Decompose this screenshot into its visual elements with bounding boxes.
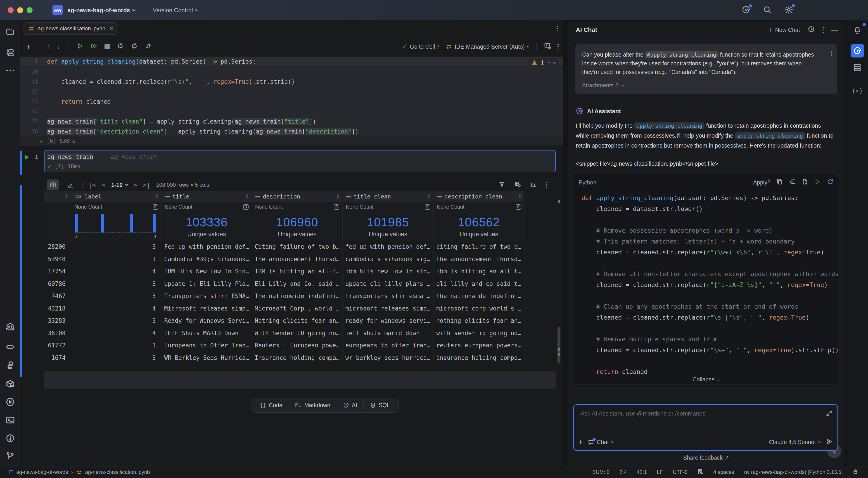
inline-code-chip[interactable]: apply_string_cleaning [735,132,805,139]
jupyter-server-selector[interactable]: IDE-Managed Server (Auto) [445,43,529,50]
sort-icon[interactable] [65,195,68,199]
python-console-icon[interactable] [3,395,18,409]
search-everywhere-icon[interactable] [763,5,772,15]
table-cell[interactable]: microsoft corp world s … [434,302,524,315]
table-cell[interactable]: 4 [71,327,161,339]
table-cell[interactable]: fed up with pension def… [343,241,434,253]
export-chart-icon[interactable] [530,181,537,189]
add-ai-cell-button[interactable]: AI [337,398,364,412]
status-selection[interactable]: 42:1 [637,469,647,475]
variables-tool-icon[interactable]: (×) [850,84,864,97]
table-cell[interactable]: cambodia s sihanouk sig… [343,253,434,266]
filter-icon[interactable] [499,181,505,189]
python-packages-icon[interactable] [3,358,18,372]
add-attachment-icon[interactable]: + [578,438,583,447]
new-chat-button[interactable]: + New Chat [768,26,800,34]
table-cell[interactable]: transporters stir esma … [343,290,434,302]
code-line[interactable]: 1def apply_string_cleaning(dataset: pd.S… [20,57,563,66]
table-cell[interactable]: IETF Shuts MARID Down [161,327,252,339]
code-line[interactable]: 14 [20,107,563,117]
table-cell[interactable]: the nationwide indefini… [434,290,524,302]
row-index-cell[interactable]: 61772 [44,339,71,352]
code-line[interactable]: cleaned = cleaned.str.replace(r"\s+", " … [582,345,839,356]
sort-icon[interactable] [155,195,158,199]
sort-icon[interactable] [518,195,521,199]
code-line[interactable]: 13 return cleaned [20,97,563,107]
code-line[interactable]: return cleaned [582,366,839,377]
code-line[interactable]: 12 [20,87,563,97]
restart-kernel-button[interactable] [117,42,124,51]
next-page-icon[interactable]: > [133,181,137,188]
table-cell[interactable]: Fed up with pension def… [161,241,252,253]
table-cell[interactable]: europeans to offer iran… [343,339,434,352]
table-cell[interactable]: Nothing elicits fear an… [252,315,343,327]
code-cell-2[interactable]: ag_news_trainag_news_train ✓ [7] 18ms [44,150,556,172]
table-cell[interactable]: the announcement thursd… [434,253,524,266]
prev-warning-icon[interactable] [547,62,550,65]
table-cell[interactable]: reuters european powers… [434,339,524,352]
column-settings-icon[interactable] [515,181,521,189]
table-cell[interactable]: 3 [71,278,161,290]
attachments-toggle[interactable]: Attachments 2 [582,82,831,89]
minimize-window-button[interactable] [17,7,23,13]
table-cell[interactable]: ietf shuts marid down [343,327,434,339]
code-line[interactable]: # Clean up any apostrophes at the start … [582,301,839,312]
table-cell[interactable]: With Sender ID going no… [252,327,343,339]
code-line[interactable]: # Remove all non-letter characters excep… [582,269,839,279]
chat-mode-selector[interactable]: Chat [588,439,614,445]
code-line[interactable]: 16ag_news_train["description_clean"] = a… [20,126,563,137]
last-page-icon[interactable]: >| [143,181,150,188]
breadcrumb-project[interactable]: ag-news-bag-of-words [16,469,68,475]
code-line[interactable] [582,323,839,334]
git-branch-icon[interactable] [3,449,18,463]
hide-panel-icon[interactable]: — [831,26,838,34]
restart-and-run-all-button[interactable] [131,42,138,51]
move-cell-up-button[interactable]: ↑ [47,43,51,50]
chat-options-kebab-icon[interactable] [823,27,824,33]
send-icon[interactable] [826,438,833,447]
more-tools-icon[interactable] [3,63,18,78]
code-line[interactable]: cleaned = dataset.str.lower() [582,204,839,214]
next-warning-icon[interactable] [553,61,556,64]
table-cell[interactable]: 4 [71,265,161,278]
chart-view-icon[interactable] [65,179,76,190]
go-to-cell-button[interactable]: ✓ Go to Cell 7 [402,43,440,51]
status-sum[interactable]: SUM: 0 [592,469,610,475]
table-cell[interactable]: citing failure of two b… [434,241,524,253]
empty-code-cell[interactable] [44,371,556,389]
status-indent[interactable]: 4 spaces [713,469,734,475]
chat-history-icon[interactable] [808,26,815,34]
close-tab-icon[interactable]: × [110,25,113,32]
new-file-icon[interactable] [802,179,808,186]
apply-button[interactable]: Applyβ [753,179,770,186]
table-cell[interactable]: 1 [71,253,161,266]
table-cell[interactable]: 3 [71,241,161,253]
model-selector[interactable]: Claude 4.5 Sonnet [769,439,821,445]
copy-icon[interactable] [776,179,783,186]
code-line[interactable]: cleaned = cleaned.str.replace(r"[^a-zA-Z… [582,279,839,290]
rerun-icon[interactable] [827,179,833,186]
table-cell[interactable]: 3 [71,315,161,327]
problems-icon[interactable] [3,431,18,445]
table-cell[interactable]: wr berkley sees hurrica… [343,352,434,364]
add-markdown-cell-button[interactable]: M↓Markdown [289,398,337,412]
inspection-widget[interactable]: 1 [528,58,560,67]
table-cell[interactable]: Microsoft Corp., world … [252,302,343,315]
run-cell-button[interactable] [77,42,84,51]
clear-outputs-icon[interactable] [145,42,152,51]
doc-inspect-icon[interactable] [698,469,703,476]
table-cell[interactable]: IBM Hits New Low In Sto… [161,265,252,278]
toolbar-kebab-icon[interactable] [557,44,559,50]
column-header-title[interactable]: title [161,191,252,202]
database-tool-icon[interactable] [850,61,864,74]
notifications-bell-icon[interactable] [850,24,864,37]
row-index-cell[interactable]: 33283 [44,315,71,327]
table-cell[interactable]: WR Berkley Sees Hurrica… [161,352,252,364]
code-line[interactable]: 11 cleaned = cleaned.str.replace(r"\s+",… [20,77,563,87]
add-cell-button[interactable]: + [26,42,31,51]
status-caret-position[interactable]: 2:4 [619,469,627,475]
settings-gear-icon[interactable] [784,5,794,15]
row-index-cell[interactable]: 28200 [44,241,71,253]
row-index-cell[interactable]: 1674 [44,352,71,364]
table-cell[interactable]: Transporters stir: ESMA… [161,290,252,302]
